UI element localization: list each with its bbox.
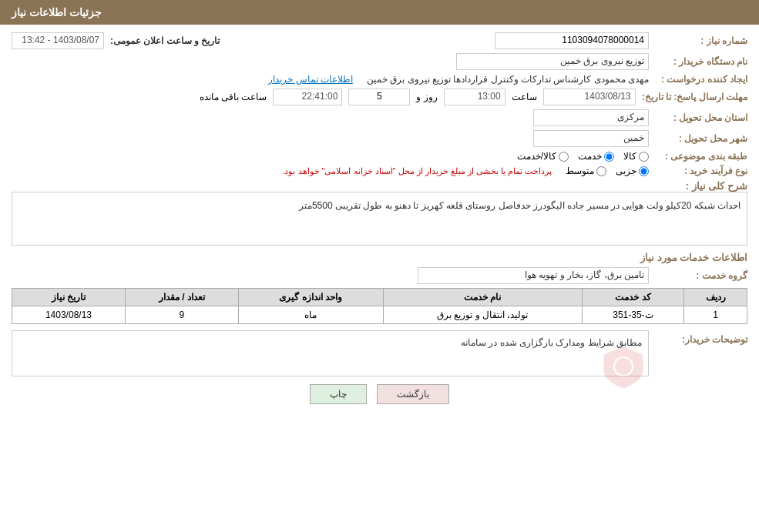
label-time: ساعت	[512, 92, 537, 102]
radio-item-kala-khadamat: کالا/خدمت	[517, 151, 569, 162]
page-wrapper: جزئیات اطلاعات نیاز شماره نیاز : 1103094…	[0, 0, 759, 532]
row-ijadKonande: ایجاد کننده درخواست : مهدی محمودی کارشنا…	[12, 74, 747, 85]
main-content: شماره نیاز : 1103094078000014 تاریخ و سا…	[0, 25, 759, 420]
value-shahr: خمین	[533, 130, 649, 147]
row-tabaqebandi: طبقه بندی موضوعی : کالا خدمت کالا/خدمت	[12, 151, 747, 162]
col-tedad: تعداد / مقدار	[125, 289, 238, 306]
radio-khadamat[interactable]	[604, 152, 614, 162]
label-noeFarayand: نوع فرآیند خرید :	[655, 166, 747, 176]
value-time: 13:00	[444, 89, 505, 105]
table-row: 1 ت-35-351 تولید، انتقال و توزیع برق ماه…	[12, 306, 747, 324]
section-sharhKolli: شرح کلی نیاز : احداث شبکه 20کیلو ولت هوا…	[12, 180, 747, 246]
value-shomareNiaz: 1103094078000014	[495, 32, 649, 49]
value-ostan: مرکزی	[533, 109, 649, 126]
row-tosifat: توضیحات خریدار: مطابق شرایط ومدارک بارگز…	[12, 330, 747, 376]
page-title: جزئیات اطلاعات نیاز	[12, 6, 102, 18]
radio-item-jozi: جزیی	[616, 166, 649, 176]
cell-kodKhadamat: ت-35-351	[582, 306, 683, 324]
label-kala-khadamat: کالا/خدمت	[517, 151, 556, 162]
tosifat-box: مطابق شرایط ومدارک بارگزاری شده در سامان…	[12, 330, 649, 376]
label-shahr: شهر محل تحویل :	[655, 133, 747, 144]
link-contact[interactable]: اطلاعات تماس خریدار	[268, 74, 353, 85]
cell-tarikh: 1403/08/13	[12, 306, 126, 324]
radio-jozi[interactable]	[639, 166, 649, 176]
radio-item-kala: کالا	[623, 151, 649, 162]
value-days: 5	[348, 89, 410, 105]
label-tosifat: توضیحات خریدار:	[655, 330, 747, 345]
label-mohlatErsalPasox: مهلت ارسال پاسخ: تا تاریخ:	[642, 92, 747, 102]
label-remaining: ساعت باقی مانده	[200, 92, 267, 102]
col-radif: ردیف	[684, 289, 747, 306]
label-days: روز و	[416, 92, 437, 102]
value-tarikh: 1403/08/07 - 13:42	[12, 32, 104, 49]
row-noeFarayand: نوع فرآیند خرید : جزیی متوسط پرداخت تمام…	[12, 166, 747, 176]
col-vahed: واحد اندازه گیری	[238, 289, 383, 306]
label-shomareNiaz: شماره نیاز :	[655, 35, 747, 46]
row-groheKhadamat: گروه خدمت : تامین برق، گاز، بخار و تهویه…	[12, 267, 747, 284]
services-table: ردیف کد خدمت نام خدمت واحد اندازه گیری ت…	[12, 288, 747, 324]
label-kala: کالا	[623, 151, 636, 162]
row-namdastgah: نام دستگاه خریدار : توزیع نیروی برق خمین	[12, 53, 747, 70]
print-button[interactable]: چاپ	[310, 384, 367, 404]
watermark-icon	[600, 343, 646, 374]
radio-item-khadamat: خدمت	[578, 151, 614, 162]
label-groheKhadamat: گروه خدمت :	[655, 270, 747, 281]
row-mohlatErsalPasox: مهلت ارسال پاسخ: تا تاریخ: 1403/08/13 سا…	[12, 89, 747, 105]
label-ostan: استان محل تحویل :	[655, 112, 747, 123]
back-button[interactable]: بازگشت	[377, 384, 449, 404]
radio-kala[interactable]	[639, 152, 649, 162]
section-title-khadamat: اطلاعات خدمات مورد نیاز	[12, 252, 747, 263]
label-khadamat: خدمت	[578, 151, 602, 162]
label-sharhKolli: شرح کلی نیاز :	[686, 180, 747, 192]
value-date: 1403/08/13	[543, 89, 636, 105]
cell-namKhadamat: تولید، انتقال و توزیع برق	[383, 306, 582, 324]
cell-tedad: 9	[125, 306, 238, 324]
value-groheKhadamat: تامین برق، گاز، بخار و تهویه هوا	[418, 267, 649, 284]
label-jozi: جزیی	[616, 166, 636, 176]
value-sharhKolli: احداث شبکه 20کیلو ولت هوایی در مسیر جاده…	[12, 192, 747, 246]
cell-vahed: ماه	[238, 306, 383, 324]
radio-group-tabaqebandi: کالا خدمت کالا/خدمت	[517, 151, 649, 162]
label-tarikh: تاریخ و ساعت اعلان عمومی:	[110, 35, 220, 46]
value-ijadKonande: مهدی محمودی کارشناس تداركات وكنترل قرارد…	[367, 74, 649, 85]
row-shahr: شهر محل تحویل : خمین	[12, 130, 747, 147]
radio-group-noeFarayand: جزیی متوسط	[566, 166, 649, 176]
page-header: جزئیات اطلاعات نیاز	[0, 0, 759, 25]
sharhKolli-text: احداث شبکه 20کیلو ولت هوایی در مسیر جاده…	[299, 200, 741, 211]
radio-kala-khadamat[interactable]	[559, 152, 569, 162]
row-shomareNiaz: شماره نیاز : 1103094078000014 تاریخ و سا…	[12, 32, 747, 49]
label-ijadKonande: ایجاد کننده درخواست :	[655, 74, 747, 85]
value-namdastgah: توزیع نیروی برق خمین	[456, 53, 649, 70]
table-header-row: ردیف کد خدمت نام خدمت واحد اندازه گیری ت…	[12, 289, 747, 306]
cell-radif: 1	[684, 306, 747, 324]
col-namKhadamat: نام خدمت	[383, 289, 582, 306]
col-kodKhadamat: کد خدمت	[582, 289, 683, 306]
radio-item-motavasset: متوسط	[566, 166, 606, 176]
label-motavasset: متوسط	[566, 166, 594, 176]
label-namdastgah: نام دستگاه خریدار :	[655, 56, 747, 67]
label-tabaqebandi: طبقه بندی موضوعی :	[655, 151, 747, 162]
col-tarikh: تاریخ نیاز	[12, 289, 126, 306]
noeFarayand-note: پرداخت تمام یا بخشی از مبلغ خریدار از مح…	[282, 166, 552, 176]
row-ostan: استان محل تحویل : مرکزی	[12, 109, 747, 126]
value-remaining: 22:41:00	[273, 89, 342, 105]
radio-motavasset[interactable]	[596, 166, 606, 176]
